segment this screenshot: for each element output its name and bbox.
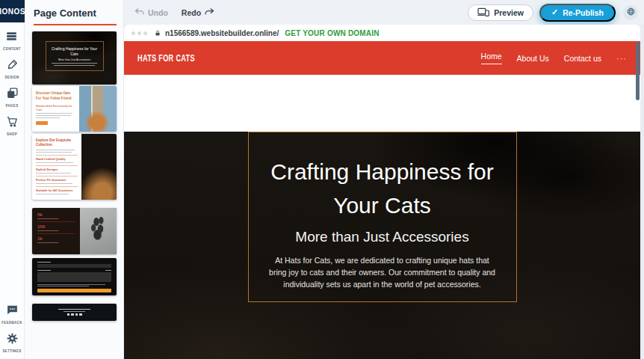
redo-label: Redo [182,8,201,17]
hero-title[interactable]: Crafting Happiness for Your Cats [251,155,514,222]
shop-cart-icon [6,115,19,131]
hero-section[interactable]: Crafting Happiness for Your Cats More th… [124,132,640,359]
sidebar-item-settings[interactable]: SETTINGS [3,332,22,353]
nav-item-home[interactable]: Home [481,52,502,64]
thumbnail-contact-form-section[interactable] [32,258,117,295]
sidebar-item-content[interactable]: CONTENT [3,30,21,51]
preview-label: Preview [494,8,524,17]
thumb-stats-text: 5k 150 1k [32,208,80,254]
preview-button[interactable]: Preview [468,4,533,21]
nav-item-contact-us[interactable]: Contact us [564,54,601,63]
form-note-placeholder [37,284,105,285]
page-content-panel: Page Content Crafting Happiness for Your… [25,0,124,359]
section-thumbnails: Crafting Happiness for Your Cats More th… [25,25,123,321]
text-placeholder [36,162,73,163]
stat-value: 1k [37,236,75,241]
pages-icon [6,87,19,102]
sidebar: CONTENT DESIGN PAGES SHOP FEEDBACK SETTI… [0,22,25,359]
form-textarea-placeholder [37,272,111,282]
editor-toolbar: Undo Redo Preview ✓ Re-Publish [124,0,644,25]
thumbnail-intro-section[interactable]: Discover Unique Hats For Your Feline Fri… [32,86,117,132]
form-submit-placeholder [37,289,111,292]
panel-title: Page Content [34,7,114,19]
check-icon: ✓ [551,7,558,17]
preview-scrollbar-thumb[interactable] [636,42,640,100]
sidebar-item-label: CONTENT [3,47,21,51]
republish-button[interactable]: ✓ Re-Publish [539,4,616,22]
sidebar-item-label: SETTINGS [3,349,22,353]
nav-more-icon[interactable]: ··· [616,54,627,63]
hero-bordered-box[interactable]: Crafting Happiness for Your Cats More th… [248,132,517,302]
sidebar-item-label: DESIGN [4,76,19,79]
thumb-collection-item: Hand Crafted Quality [36,155,78,163]
thumb-pawprint-photo [80,208,117,254]
text-placeholder [36,152,72,153]
stat-label-placeholder [37,230,58,231]
feedback-bubble-icon [6,304,19,319]
undo-icon [134,7,145,18]
sidebar-item-pages[interactable]: PAGES [6,87,19,108]
thumb-hero-subtitle: More than Just Accessories [49,58,101,61]
text-placeholder [36,117,60,118]
stat-value: 5k [37,212,75,217]
ionos-logo[interactable]: IONOS [0,0,25,22]
settings-gear-icon [6,332,19,348]
site-nav: Home About Us Contact us ··· [481,52,627,64]
sidebar-item-feedback[interactable]: FEEDBACK [1,304,22,325]
thumbnail-hero-section[interactable]: Crafting Happiness for Your Cats More th… [32,31,117,85]
globe-icon [626,6,636,19]
thumb-collection-item: Perfect Fit Guarantee [36,176,78,184]
text-placeholder [36,194,69,194]
thumb-intro-text: Discover Unique Hats For Your Feline Fri… [32,86,79,132]
sidebar-item-label: SHOP [7,132,17,136]
footer-text-placeholder [64,311,85,312]
hero-paragraph[interactable]: At Hats for Cats, we are dedicated to cr… [266,255,499,290]
site-url[interactable]: n1566589.websitebuilder.online/ [165,29,279,37]
thumb-cat-fur-photo [81,134,117,200]
site-header[interactable]: HATS FOR CATS Home About Us Contact us ·… [124,41,640,75]
undo-label: Undo [148,8,168,17]
stat-divider [37,221,75,222]
thumbnail-stats-section[interactable]: 5k 150 1k [32,208,117,254]
thumbnail-footer-section[interactable] [32,304,117,321]
thumb-intro-subheading: Handcrafted Exclusively for Cats [36,104,75,111]
text-placeholder [36,113,72,114]
sidebar-item-label: PAGES [6,104,19,108]
thumb-item-label: Perfect Fit Guarantee [36,178,78,182]
text-placeholder [36,183,72,184]
thumb-intro-heading: Discover Unique Hats For Your Feline Fri… [36,91,75,102]
thumb-hero-box: Crafting Happiness for Your Cats More th… [46,41,104,71]
thumb-collection-item: Stylish Designs [36,165,78,174]
sidebar-item-label: FEEDBACK [1,321,22,325]
thumb-item-label: Hand Crafted Quality [36,157,78,161]
thumb-button-placeholder [36,121,48,125]
republish-label: Re-Publish [563,8,604,17]
browser-address-bar: n1566589.websitebuilder.online/ GET YOUR… [124,25,640,41]
redo-button[interactable]: Redo [182,7,214,18]
footer-text-placeholder [58,309,90,310]
thumb-hero-title: Crafting Happiness for Your Cats [49,46,101,57]
thumb-collection-text: Explore Our Exquisite Collection Hand Cr… [32,134,81,200]
form-note-placeholder [37,286,89,286]
website-builder-app: IONOS CONTENT DESIGN PAGES SHOP FEEDBACK… [0,0,644,359]
language-globe-button[interactable] [623,5,638,20]
stat-label-placeholder [37,242,58,243]
window-dots [131,31,147,35]
stat-divider [37,233,75,234]
site-brand-logo[interactable]: HATS FOR CATS [137,52,195,63]
nav-item-about-us[interactable]: About Us [517,54,549,63]
form-label-placeholder [37,262,51,263]
hero-subtitle[interactable]: More than Just Accessories [249,229,516,245]
text-placeholder [36,150,75,150]
thumb-item-label: Stylish Designs [36,168,78,171]
form-labels-row [37,270,111,271]
devices-icon [477,7,489,18]
sidebar-item-shop[interactable]: SHOP [6,115,19,136]
stat-label-placeholder [37,218,58,219]
get-domain-link[interactable]: GET YOUR OWN DOMAIN [285,29,379,37]
sidebar-item-design[interactable]: DESIGN [4,58,19,79]
content-icon [5,30,18,46]
undo-button[interactable]: Undo [134,7,168,18]
thumbnail-collection-section[interactable]: Explore Our Exquisite Collection Hand Cr… [32,134,117,200]
text-placeholder [52,63,96,64]
